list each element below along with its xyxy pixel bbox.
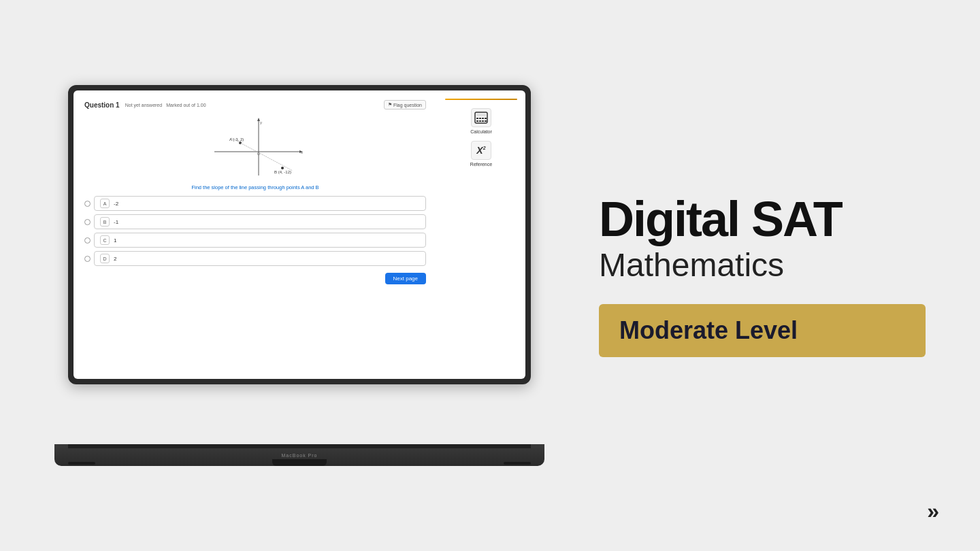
svg-rect-20 bbox=[482, 120, 484, 122]
foot-left bbox=[68, 462, 95, 465]
laptop-section: Question 1 Not yet answered Marked out o… bbox=[54, 85, 544, 466]
letter-a: A bbox=[100, 199, 110, 208]
radio-b[interactable] bbox=[84, 219, 91, 225]
svg-rect-19 bbox=[479, 120, 481, 122]
question-title: Question 1 bbox=[84, 101, 120, 109]
calculator-icon bbox=[474, 112, 488, 124]
coordinate-graph: x y O A (-3, 2) B (4, -12) bbox=[194, 118, 316, 179]
answer-options: A -2 B -1 bbox=[84, 196, 426, 266]
next-chevron-button[interactable]: » bbox=[927, 499, 939, 524]
value-a: -2 bbox=[114, 201, 118, 207]
answer-row-d: D 2 bbox=[84, 251, 426, 266]
laptop-feet bbox=[68, 462, 531, 465]
calculator-icon-wrapper bbox=[471, 108, 491, 127]
radio-a[interactable] bbox=[84, 201, 91, 207]
page-title-line2: Mathematics bbox=[599, 246, 926, 284]
svg-rect-21 bbox=[485, 120, 487, 122]
svg-rect-18 bbox=[476, 120, 478, 122]
svg-point-9 bbox=[281, 167, 284, 169]
tools-divider bbox=[445, 99, 517, 100]
calculator-label: Calculator bbox=[470, 129, 492, 134]
svg-rect-17 bbox=[485, 118, 487, 119]
laptop-wrapper: Question 1 Not yet answered Marked out o… bbox=[54, 85, 544, 466]
letter-c: C bbox=[100, 235, 110, 245]
svg-rect-16 bbox=[482, 118, 484, 119]
laptop-brand: MacBook Pro bbox=[281, 453, 317, 458]
svg-rect-15 bbox=[479, 118, 481, 119]
value-d: 2 bbox=[114, 256, 116, 262]
screen-right: Calculator X2 Reference bbox=[437, 90, 525, 379]
screen-content: Question 1 Not yet answered Marked out o… bbox=[74, 90, 525, 379]
calculator-tool[interactable]: Calculator bbox=[470, 108, 492, 134]
answer-box-c[interactable]: C 1 bbox=[94, 233, 426, 248]
value-c: 1 bbox=[114, 237, 116, 244]
laptop-hinge bbox=[68, 444, 531, 448]
value-b: -1 bbox=[114, 219, 118, 225]
answer-box-a[interactable]: A -2 bbox=[94, 196, 426, 211]
radio-d[interactable] bbox=[84, 256, 91, 262]
page-title-line1: Digital SAT bbox=[599, 195, 926, 244]
svg-text:B (4, -12): B (4, -12) bbox=[274, 170, 291, 174]
answer-row-c: C 1 bbox=[84, 233, 426, 248]
answer-box-b[interactable]: B -1 bbox=[94, 214, 426, 229]
screen-left: Question 1 Not yet answered Marked out o… bbox=[74, 90, 437, 379]
svg-rect-13 bbox=[476, 114, 486, 116]
radio-c[interactable] bbox=[84, 237, 91, 244]
letter-b: B bbox=[100, 217, 110, 227]
flag-icon: ⚑ bbox=[388, 102, 392, 107]
question-text: Find the slope of the line passing throu… bbox=[84, 184, 426, 190]
question-status: Not yet answered Marked out of 1.00 bbox=[125, 103, 206, 107]
level-badge: Moderate Level bbox=[599, 304, 926, 357]
laptop-screen: Question 1 Not yet answered Marked out o… bbox=[68, 85, 531, 384]
answer-row-b: B -1 bbox=[84, 214, 426, 229]
question-header: Question 1 Not yet answered Marked out o… bbox=[84, 100, 426, 110]
next-page-button[interactable]: Next page bbox=[385, 273, 426, 284]
reference-tool[interactable]: X2 Reference bbox=[470, 141, 492, 167]
letter-d: D bbox=[100, 254, 110, 263]
graph-area: x y O A (-3, 2) B (4, -12) bbox=[84, 118, 426, 179]
svg-text:y: y bbox=[260, 120, 262, 124]
svg-rect-14 bbox=[476, 118, 478, 119]
svg-point-7 bbox=[239, 141, 242, 144]
answer-row-a: A -2 bbox=[84, 196, 426, 211]
reference-label: Reference bbox=[470, 162, 492, 167]
laptop-base: MacBook Pro bbox=[54, 444, 544, 466]
svg-line-11 bbox=[231, 138, 293, 171]
main-container: Question 1 Not yet answered Marked out o… bbox=[0, 0, 980, 551]
flag-button[interactable]: ⚑ Flag question bbox=[384, 100, 426, 110]
svg-text:x: x bbox=[301, 150, 303, 154]
foot-right bbox=[504, 462, 531, 465]
reference-icon: X2 bbox=[476, 146, 485, 155]
answer-box-d[interactable]: D 2 bbox=[94, 251, 426, 266]
level-label: Moderate Level bbox=[619, 316, 798, 344]
reference-icon-wrapper: X2 bbox=[471, 141, 491, 160]
right-section: Digital SAT Mathematics Moderate Level bbox=[585, 195, 926, 357]
